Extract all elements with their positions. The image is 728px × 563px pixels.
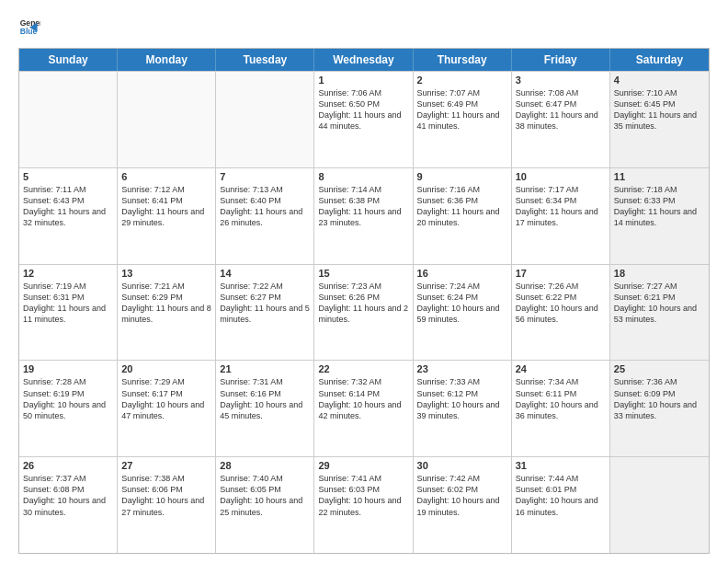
day-info: Sunrise: 7:33 AM Sunset: 6:12 PM Dayligh… [417,376,507,421]
day-number: 19 [23,363,113,374]
week-row-2: 12Sunrise: 7:19 AM Sunset: 6:31 PM Dayli… [19,264,709,361]
day-info: Sunrise: 7:12 AM Sunset: 6:41 PM Dayligh… [121,184,211,229]
day-number: 12 [23,268,113,279]
page: General Blue SundayMondayTuesdayWednesda… [0,0,728,563]
day-number: 1 [318,75,408,86]
day-number: 9 [417,171,507,182]
calendar-body: 1Sunrise: 7:06 AM Sunset: 6:50 PM Daylig… [19,71,709,553]
day-number: 30 [417,460,507,471]
cal-cell-w0d5: 3Sunrise: 7:08 AM Sunset: 6:47 PM Daylig… [512,72,610,167]
week-row-4: 26Sunrise: 7:37 AM Sunset: 6:08 PM Dayli… [19,456,709,553]
cal-cell-w4d0: 26Sunrise: 7:37 AM Sunset: 6:08 PM Dayli… [19,457,118,553]
day-number: 21 [220,363,310,374]
cal-cell-w2d1: 13Sunrise: 7:21 AM Sunset: 6:29 PM Dayli… [118,265,216,361]
day-number: 27 [121,460,211,471]
day-info: Sunrise: 7:11 AM Sunset: 6:43 PM Dayligh… [23,184,113,229]
day-info: Sunrise: 7:31 AM Sunset: 6:16 PM Dayligh… [220,376,310,421]
day-number: 20 [121,363,211,374]
day-info: Sunrise: 7:19 AM Sunset: 6:31 PM Dayligh… [23,281,113,326]
day-info: Sunrise: 7:16 AM Sunset: 6:36 PM Dayligh… [417,184,507,229]
week-row-0: 1Sunrise: 7:06 AM Sunset: 6:50 PM Daylig… [19,71,709,167]
day-info: Sunrise: 7:21 AM Sunset: 6:29 PM Dayligh… [121,281,211,326]
day-number: 28 [220,460,310,471]
day-info: Sunrise: 7:27 AM Sunset: 6:21 PM Dayligh… [614,281,705,326]
day-number: 10 [516,171,606,182]
day-number: 23 [417,363,507,374]
day-number: 17 [516,268,606,279]
cal-cell-w0d4: 2Sunrise: 7:07 AM Sunset: 6:49 PM Daylig… [414,72,512,167]
day-number: 31 [516,460,606,471]
cal-cell-w0d6: 4Sunrise: 7:10 AM Sunset: 6:45 PM Daylig… [610,72,709,167]
day-info: Sunrise: 7:38 AM Sunset: 6:06 PM Dayligh… [121,473,211,518]
cal-cell-w3d4: 23Sunrise: 7:33 AM Sunset: 6:12 PM Dayli… [414,361,512,456]
cal-cell-w0d0 [19,72,118,167]
cal-cell-w2d3: 15Sunrise: 7:23 AM Sunset: 6:26 PM Dayli… [314,265,413,361]
header-sunday: Sunday [19,49,118,71]
day-number: 6 [121,171,211,182]
day-info: Sunrise: 7:23 AM Sunset: 6:26 PM Dayligh… [318,281,408,326]
day-info: Sunrise: 7:36 AM Sunset: 6:09 PM Dayligh… [614,376,705,421]
svg-text:Blue: Blue [20,27,38,36]
day-number: 29 [318,460,408,471]
week-row-1: 5Sunrise: 7:11 AM Sunset: 6:43 PM Daylig… [19,167,709,264]
logo: General Blue [18,15,44,40]
day-info: Sunrise: 7:18 AM Sunset: 6:33 PM Dayligh… [614,184,705,229]
header-friday: Friday [512,49,610,71]
day-info: Sunrise: 7:34 AM Sunset: 6:11 PM Dayligh… [516,376,606,421]
cal-cell-w2d5: 17Sunrise: 7:26 AM Sunset: 6:22 PM Dayli… [512,265,610,361]
day-info: Sunrise: 7:37 AM Sunset: 6:08 PM Dayligh… [23,473,113,518]
day-number: 13 [121,268,211,279]
day-number: 25 [614,363,705,374]
day-info: Sunrise: 7:44 AM Sunset: 6:01 PM Dayligh… [516,473,606,518]
day-info: Sunrise: 7:14 AM Sunset: 6:38 PM Dayligh… [318,184,408,229]
day-number: 16 [417,268,507,279]
header-saturday: Saturday [610,49,709,71]
cal-cell-w1d0: 5Sunrise: 7:11 AM Sunset: 6:43 PM Daylig… [19,168,118,264]
day-number: 2 [417,75,507,86]
cal-cell-w2d2: 14Sunrise: 7:22 AM Sunset: 6:27 PM Dayli… [216,265,314,361]
cal-cell-w2d4: 16Sunrise: 7:24 AM Sunset: 6:24 PM Dayli… [414,265,512,361]
day-info: Sunrise: 7:17 AM Sunset: 6:34 PM Dayligh… [516,184,606,229]
cal-cell-w1d2: 7Sunrise: 7:13 AM Sunset: 6:40 PM Daylig… [216,168,314,264]
calendar: SundayMondayTuesdayWednesdayThursdayFrid… [18,48,710,554]
day-number: 22 [318,363,408,374]
day-info: Sunrise: 7:24 AM Sunset: 6:24 PM Dayligh… [417,281,507,326]
day-number: 11 [614,171,705,182]
day-info: Sunrise: 7:06 AM Sunset: 6:50 PM Dayligh… [318,87,408,132]
cal-cell-w4d1: 27Sunrise: 7:38 AM Sunset: 6:06 PM Dayli… [118,457,216,553]
cal-cell-w4d5: 31Sunrise: 7:44 AM Sunset: 6:01 PM Dayli… [512,457,610,553]
cal-cell-w4d3: 29Sunrise: 7:41 AM Sunset: 6:03 PM Dayli… [314,457,413,553]
cal-cell-w3d0: 19Sunrise: 7:28 AM Sunset: 6:19 PM Dayli… [19,361,118,456]
day-number: 7 [220,171,310,182]
day-info: Sunrise: 7:10 AM Sunset: 6:45 PM Dayligh… [614,87,705,132]
cal-cell-w4d4: 30Sunrise: 7:42 AM Sunset: 6:02 PM Dayli… [414,457,512,553]
header-wednesday: Wednesday [314,49,413,71]
cal-cell-w1d6: 11Sunrise: 7:18 AM Sunset: 6:33 PM Dayli… [610,168,709,264]
cal-cell-w4d2: 28Sunrise: 7:40 AM Sunset: 6:05 PM Dayli… [216,457,314,553]
day-number: 26 [23,460,113,471]
day-number: 3 [516,75,606,86]
day-info: Sunrise: 7:40 AM Sunset: 6:05 PM Dayligh… [220,473,310,518]
day-number: 5 [23,171,113,182]
logo-icon: General Blue [18,15,40,37]
cal-cell-w3d6: 25Sunrise: 7:36 AM Sunset: 6:09 PM Dayli… [610,361,709,456]
day-number: 8 [318,171,408,182]
day-info: Sunrise: 7:41 AM Sunset: 6:03 PM Dayligh… [318,473,408,518]
cal-cell-w3d3: 22Sunrise: 7:32 AM Sunset: 6:14 PM Dayli… [314,361,413,456]
day-info: Sunrise: 7:29 AM Sunset: 6:17 PM Dayligh… [121,376,211,421]
cal-cell-w1d1: 6Sunrise: 7:12 AM Sunset: 6:41 PM Daylig… [118,168,216,264]
day-info: Sunrise: 7:26 AM Sunset: 6:22 PM Dayligh… [516,281,606,326]
day-number: 14 [220,268,310,279]
cal-cell-w0d2 [216,72,314,167]
cal-cell-w1d5: 10Sunrise: 7:17 AM Sunset: 6:34 PM Dayli… [512,168,610,264]
day-number: 4 [614,75,705,86]
cal-cell-w3d2: 21Sunrise: 7:31 AM Sunset: 6:16 PM Dayli… [216,361,314,456]
cal-cell-w0d1 [118,72,216,167]
cal-cell-w1d3: 8Sunrise: 7:14 AM Sunset: 6:38 PM Daylig… [314,168,413,264]
day-info: Sunrise: 7:28 AM Sunset: 6:19 PM Dayligh… [23,376,113,421]
day-info: Sunrise: 7:13 AM Sunset: 6:40 PM Dayligh… [220,184,310,229]
day-number: 15 [318,268,408,279]
day-number: 18 [614,268,705,279]
cal-cell-w3d1: 20Sunrise: 7:29 AM Sunset: 6:17 PM Dayli… [118,361,216,456]
calendar-header: SundayMondayTuesdayWednesdayThursdayFrid… [19,49,709,71]
